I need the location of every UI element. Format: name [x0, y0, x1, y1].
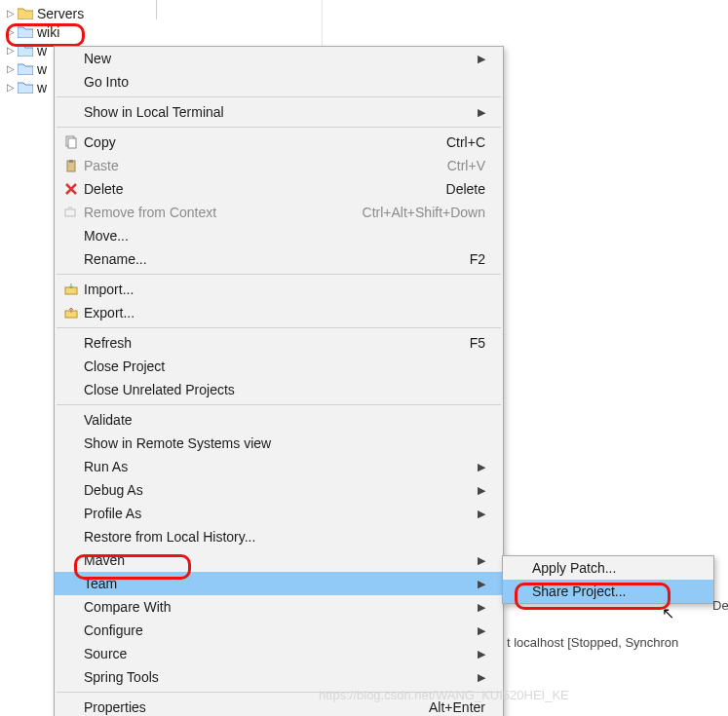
- project-icon: [18, 43, 33, 58]
- project-icon: [18, 61, 33, 77]
- tree-item-wiki[interactable]: ▷ wiki: [6, 22, 156, 41]
- menu-item-rename[interactable]: Rename...F2: [55, 247, 503, 271]
- menu-item-export[interactable]: Export...: [55, 301, 503, 324]
- submenu-arrow-icon: ▶: [478, 53, 485, 65]
- paste-icon: [58, 159, 84, 172]
- folder-icon: [18, 6, 33, 21]
- watermark-text: https://blog.csdn.net/WANG_KUI520HEI_KE: [319, 688, 569, 702]
- menu-item-label: Move...: [84, 228, 485, 244]
- menu-item-refresh[interactable]: RefreshF5: [55, 331, 503, 355]
- menu-item-label: Show in Local Terminal: [84, 104, 470, 120]
- menu-item-label: Maven: [84, 552, 470, 568]
- submenu-arrow-icon: ▶: [478, 106, 485, 119]
- menu-item-show-in-local-terminal[interactable]: Show in Local Terminal▶: [55, 100, 503, 124]
- delete-icon: [58, 183, 84, 195]
- menu-item-label: Import...: [84, 282, 485, 297]
- menu-item-delete[interactable]: DeleteDelete: [55, 177, 503, 201]
- menu-item-close-unrelated-projects[interactable]: Close Unrelated Projects: [55, 378, 503, 401]
- context-submenu: Apply Patch...Share Project...: [502, 555, 714, 604]
- menu-item-label: Profile As: [84, 506, 470, 521]
- menu-item-import[interactable]: Import...: [55, 278, 503, 301]
- menu-separator: [57, 327, 501, 328]
- tree-item-servers[interactable]: ▷ Servers: [6, 4, 156, 22]
- menu-item-close-project[interactable]: Close Project: [55, 355, 503, 378]
- menu-item-profile-as[interactable]: Profile As▶: [55, 502, 503, 525]
- menu-item-remove-from-context: Remove from ContextCtrl+Alt+Shift+Down: [55, 201, 503, 224]
- submenu-item-share-project[interactable]: Share Project...: [503, 580, 713, 603]
- submenu-item-apply-patch[interactable]: Apply Patch...: [503, 556, 713, 580]
- menu-item-accelerator: Ctrl+Alt+Shift+Down: [363, 205, 485, 220]
- submenu-arrow-icon: ▶: [478, 671, 485, 684]
- submenu-arrow-icon: ▶: [478, 578, 485, 590]
- expand-arrow-icon[interactable]: ▷: [6, 26, 16, 37]
- menu-item-accelerator: Ctrl+C: [446, 134, 485, 150]
- project-icon: [18, 80, 33, 95]
- menu-item-go-into[interactable]: Go Into: [55, 70, 503, 94]
- tree-item-label: Servers: [35, 6, 84, 21]
- menu-item-label: Compare With: [84, 599, 470, 615]
- cursor-icon: ↖: [662, 604, 674, 622]
- menu-item-accelerator: F5: [470, 335, 485, 351]
- expand-arrow-icon[interactable]: ▷: [6, 45, 16, 56]
- menu-item-debug-as[interactable]: Debug As▶: [55, 478, 503, 502]
- menu-item-label: Close Unrelated Projects: [84, 382, 485, 397]
- submenu-arrow-icon: ▶: [478, 624, 485, 637]
- menu-item-move[interactable]: Move...: [55, 224, 503, 247]
- menu-item-show-in-remote-systems-view[interactable]: Show in Remote Systems view: [55, 432, 503, 455]
- menu-item-label: Restore from Local History...: [84, 529, 485, 545]
- import-icon: [58, 283, 84, 295]
- submenu-arrow-icon: ▶: [478, 648, 485, 660]
- tree-item-label: w: [35, 43, 47, 58]
- tree-item-label: wiki: [35, 24, 59, 40]
- menu-item-configure[interactable]: Configure▶: [55, 619, 503, 642]
- side-label: De: [712, 598, 728, 613]
- menu-item-label: Debug As: [84, 482, 470, 498]
- menu-item-label: Show in Remote Systems view: [84, 435, 485, 451]
- menu-item-label: Team: [84, 576, 470, 591]
- menu-item-label: Go Into: [84, 74, 485, 90]
- submenu-arrow-icon: ▶: [478, 461, 485, 473]
- expand-arrow-icon[interactable]: ▷: [6, 82, 16, 93]
- menu-item-compare-with[interactable]: Compare With▶: [55, 595, 503, 619]
- remove-context-icon: [58, 207, 84, 218]
- menu-item-run-as[interactable]: Run As▶: [55, 455, 503, 478]
- menu-item-restore-from-local-history[interactable]: Restore from Local History...: [55, 525, 503, 548]
- menu-item-source[interactable]: Source▶: [55, 642, 503, 665]
- svg-rect-3: [69, 160, 73, 163]
- menu-item-spring-tools[interactable]: Spring Tools▶: [55, 665, 503, 689]
- tree-item-label: w: [35, 80, 47, 95]
- menu-item-label: New: [84, 51, 470, 66]
- context-menu: New▶Go IntoShow in Local Terminal▶CopyCt…: [54, 46, 504, 716]
- menu-item-accelerator: Delete: [446, 181, 485, 197]
- svg-rect-4: [65, 209, 75, 216]
- menu-item-label: Close Project: [84, 358, 485, 374]
- status-text: t localhost [Stopped, Synchron: [507, 635, 678, 650]
- menu-item-paste: PasteCtrl+V: [55, 154, 503, 177]
- menu-item-label: Copy: [84, 134, 446, 150]
- menu-separator: [57, 274, 501, 275]
- copy-icon: [58, 135, 84, 149]
- menu-separator: [57, 404, 501, 405]
- menu-item-validate[interactable]: Validate: [55, 408, 503, 432]
- menu-item-label: Rename...: [84, 251, 470, 267]
- submenu-arrow-icon: ▶: [478, 554, 485, 567]
- expand-arrow-icon[interactable]: ▷: [6, 63, 16, 74]
- menu-item-maven[interactable]: Maven▶: [55, 548, 503, 572]
- submenu-arrow-icon: ▶: [478, 601, 485, 614]
- svg-rect-1: [68, 138, 76, 148]
- menu-item-label: Remove from Context: [84, 205, 363, 220]
- menu-item-team[interactable]: Team▶: [55, 572, 503, 595]
- expand-arrow-icon[interactable]: ▷: [6, 8, 16, 19]
- menu-item-label: Validate: [84, 412, 485, 428]
- menu-item-label: Export...: [84, 305, 485, 320]
- menu-item-label: Paste: [84, 158, 447, 173]
- menu-item-label: Refresh: [84, 335, 470, 351]
- menu-item-copy[interactable]: CopyCtrl+C: [55, 131, 503, 154]
- menu-item-label: Spring Tools: [84, 669, 470, 685]
- menu-separator: [57, 96, 501, 97]
- export-icon: [58, 307, 84, 319]
- menu-separator: [57, 127, 501, 128]
- menu-item-accelerator: F2: [470, 251, 485, 267]
- submenu-item-label: Apply Patch...: [532, 560, 696, 576]
- menu-item-new[interactable]: New▶: [55, 47, 503, 70]
